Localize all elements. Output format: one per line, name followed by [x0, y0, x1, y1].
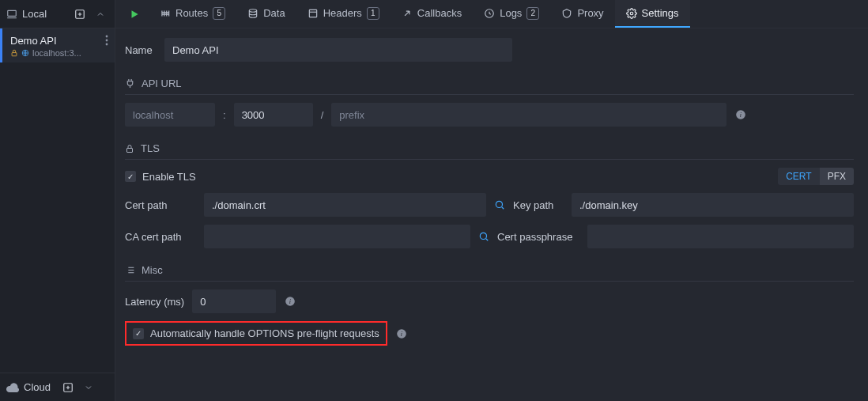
plug-icon	[125, 78, 135, 89]
enable-tls-label: Enable TLS	[142, 171, 196, 183]
tab-bar: Routes 5 Data Headers 1 Callbacks Logs 2	[115, 0, 868, 28]
collapse-cloud-button[interactable]	[81, 380, 96, 395]
prefix-input[interactable]	[331, 103, 726, 127]
start-server-button[interactable]	[120, 0, 149, 28]
host-port-separator: :	[223, 109, 226, 121]
latency-label: Latency (ms)	[125, 296, 184, 308]
ca-cert-path-label: CA cert path	[125, 231, 196, 243]
cert-path-label: Cert path	[125, 199, 196, 211]
info-icon[interactable]: i	[284, 295, 296, 308]
key-path-label: Key path	[513, 199, 564, 211]
tab-data[interactable]: Data	[236, 0, 296, 28]
logs-count-badge: 2	[526, 7, 539, 20]
routes-icon	[160, 8, 171, 19]
key-path-input[interactable]	[572, 193, 854, 217]
api-item-menu-button[interactable]	[105, 35, 108, 46]
misc-section-header: Misc	[125, 261, 854, 282]
cloud-label: Cloud	[24, 381, 51, 393]
tab-settings[interactable]: Settings	[615, 0, 690, 28]
tab-proxy[interactable]: Proxy	[550, 0, 614, 28]
lock-icon	[125, 144, 134, 153]
svg-point-5	[106, 40, 108, 42]
tab-callbacks-label: Callbacks	[417, 7, 462, 19]
tab-callbacks[interactable]: Callbacks	[391, 0, 473, 28]
globe-icon	[21, 49, 29, 57]
highlighted-cors-option: ✓ Automatically handle OPTIONS pre-fligh…	[125, 321, 387, 346]
local-env-header: Local	[0, 0, 115, 28]
info-icon[interactable]: i	[734, 108, 747, 121]
local-label: Local	[22, 8, 47, 20]
port-input[interactable]	[234, 103, 313, 127]
api-item-demo[interactable]: Demo API localhost:3...	[0, 28, 115, 62]
tab-proxy-label: Proxy	[577, 7, 603, 19]
data-icon	[247, 8, 259, 19]
add-environment-button[interactable]	[72, 6, 88, 22]
main-area: Routes 5 Data Headers 1 Callbacks Logs 2	[115, 0, 868, 401]
tls-section-header: TLS	[125, 139, 854, 160]
info-icon[interactable]: i	[395, 327, 408, 340]
svg-rect-0	[8, 10, 17, 16]
cert-path-input[interactable]	[204, 193, 486, 217]
tab-routes-label: Routes	[175, 7, 208, 19]
list-icon	[125, 265, 135, 275]
name-label: Name	[125, 44, 157, 56]
svg-point-4	[106, 36, 108, 38]
svg-point-15	[496, 201, 502, 207]
callbacks-icon	[402, 8, 413, 19]
cert-passphrase-input[interactable]	[587, 225, 854, 248]
checkbox-icon: ✓	[125, 171, 136, 182]
lock-icon	[10, 49, 18, 57]
tab-logs-label: Logs	[500, 7, 522, 19]
gear-icon	[626, 8, 637, 19]
tab-routes[interactable]: Routes 5	[149, 0, 236, 28]
checkbox-icon: ✓	[133, 328, 144, 339]
browse-ca-cert-button[interactable]	[478, 231, 489, 242]
cloud-icon	[6, 383, 19, 392]
tab-data-label: Data	[263, 7, 285, 19]
headers-icon	[308, 8, 319, 19]
svg-rect-14	[127, 148, 133, 152]
svg-rect-9	[309, 9, 316, 17]
collapse-local-button[interactable]	[92, 6, 108, 22]
proxy-icon	[561, 8, 572, 19]
headers-count-badge: 1	[367, 7, 379, 20]
cors-label: Automatically handle OPTIONS pre-flight …	[150, 327, 379, 339]
logs-icon	[484, 8, 495, 19]
settings-panel: Name API URL : / i TLS	[115, 28, 868, 401]
api-list: Demo API localhost:3...	[0, 28, 115, 373]
svg-rect-2	[12, 53, 17, 56]
sidebar: Local Demo API localhost:3...	[0, 0, 115, 401]
cors-checkbox[interactable]: ✓ Automatically handle OPTIONS pre-fligh…	[133, 327, 379, 339]
svg-point-11	[630, 12, 633, 15]
api-url-section-header: API URL	[125, 74, 854, 95]
pfx-pill[interactable]: PFX	[820, 168, 854, 185]
cloud-env-header: Cloud	[0, 373, 115, 401]
cert-passphrase-label: Cert passphrase	[497, 231, 579, 243]
svg-point-6	[106, 44, 108, 46]
tab-settings-label: Settings	[642, 7, 679, 19]
enable-tls-checkbox[interactable]: ✓ Enable TLS	[125, 171, 196, 183]
browse-cert-button[interactable]	[494, 199, 505, 210]
ca-cert-path-input[interactable]	[204, 225, 470, 248]
svg-point-16	[480, 233, 486, 239]
cert-pill[interactable]: CERT	[778, 168, 819, 185]
api-url-header-label: API URL	[142, 78, 182, 89]
tab-logs[interactable]: Logs 2	[473, 0, 550, 28]
tab-headers-label: Headers	[323, 7, 362, 19]
api-item-host: localhost:3...	[32, 48, 81, 58]
api-item-title: Demo API	[10, 35, 107, 47]
svg-point-8	[250, 9, 257, 12]
tab-headers[interactable]: Headers 1	[296, 0, 391, 28]
host-input[interactable]	[125, 103, 215, 127]
tls-header-label: TLS	[141, 142, 160, 154]
port-prefix-separator: /	[321, 109, 324, 121]
latency-input[interactable]	[192, 289, 276, 313]
add-cloud-button[interactable]	[60, 380, 76, 395]
tls-type-toggle: CERT PFX	[778, 168, 854, 185]
laptop-icon	[6, 9, 17, 20]
name-input[interactable]	[164, 38, 512, 62]
misc-header-label: Misc	[142, 264, 163, 276]
routes-count-badge: 5	[213, 7, 225, 20]
